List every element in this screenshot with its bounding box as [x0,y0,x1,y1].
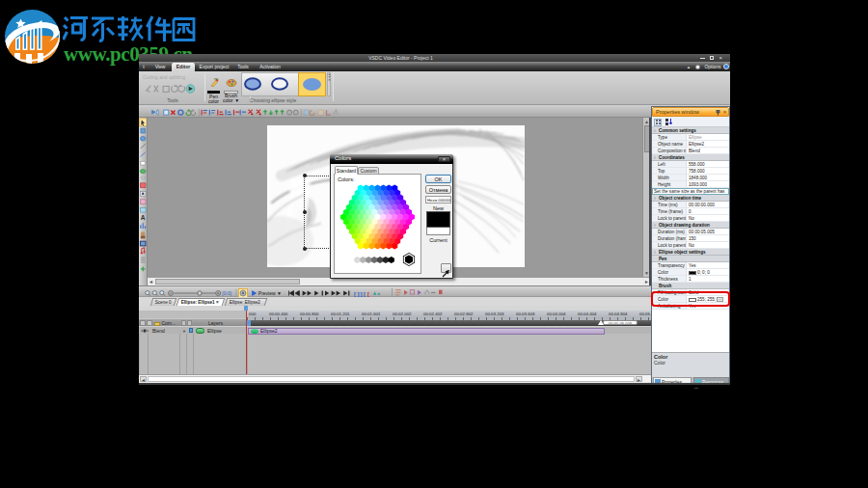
svg-text:[0:0]: [0:0] [222,290,231,296]
svg-text:A: A [141,214,146,221]
svg-text:][: ][ [360,290,366,297]
svg-text:Preview ▼: Preview ▼ [258,290,282,296]
svg-text:[: [ [366,290,370,297]
